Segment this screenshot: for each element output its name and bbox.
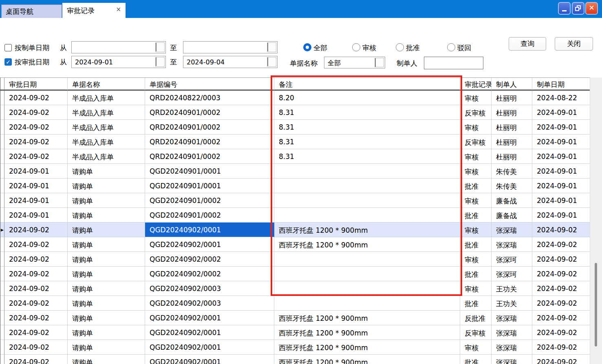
table-cell[interactable]: 廉备战	[492, 208, 532, 223]
table-cell[interactable]: 西班牙托盘 1200 * 900mm	[274, 311, 460, 325]
table-cell[interactable]: 2024-09-02	[532, 223, 590, 237]
table-cell[interactable]: 批准	[460, 296, 492, 311]
table-cell[interactable]: 审核	[460, 193, 492, 208]
window-close-button[interactable]: ✕	[585, 2, 598, 15]
table-cell[interactable]: 请购单	[68, 340, 145, 355]
table-cell[interactable]: 请购单	[68, 296, 145, 311]
status-radio-3[interactable]	[447, 43, 455, 51]
table-row[interactable]: 2024-09-02请购单QGD20240902/0003批准王功关2024-0…	[0, 296, 590, 311]
table-cell[interactable]: QGD20240902/0002	[145, 267, 274, 281]
table-cell[interactable]: QGD20240902/0001	[145, 340, 274, 355]
table-cell[interactable]: 2024-09-02	[532, 267, 590, 281]
table-cell[interactable]: 半成品入库单	[68, 149, 145, 164]
table-cell[interactable]: 审核	[460, 149, 492, 164]
dropdown-button[interactable]	[267, 42, 276, 52]
table-cell[interactable]: QGD20240901/0001	[145, 164, 274, 179]
column-header[interactable]: 审批日期	[4, 78, 68, 90]
table-cell[interactable]: 王功关	[492, 281, 532, 296]
table-cell[interactable]: QRD20240901/0002	[145, 135, 274, 149]
table-cell[interactable]: 批准	[460, 179, 492, 193]
filter-by-approval-date-checkbox[interactable]: ✓	[4, 58, 12, 66]
table-cell[interactable]: 反审核	[460, 325, 492, 340]
table-cell-selected[interactable]: QGD20240902/0001	[145, 223, 274, 237]
table-cell[interactable]: 请购单	[68, 267, 145, 281]
table-cell[interactable]: 2024-09-02	[4, 281, 68, 296]
table-cell[interactable]: 西班牙托盘 1200 * 900mm	[274, 237, 460, 252]
table-cell[interactable]: 西班牙托盘 1200 * 900mm	[274, 355, 460, 364]
table-cell[interactable]: 2024-09-02	[4, 355, 68, 364]
table-cell[interactable]: QRD20240901/0002	[145, 105, 274, 120]
table-cell[interactable]: 张深瑞	[492, 325, 532, 340]
table-cell[interactable]: QRD20240822/0003	[145, 90, 274, 105]
table-cell[interactable]: 批准	[460, 208, 492, 223]
table-row[interactable]: 2024-09-02半成品入库单QRD20240822/00038.20审核杜丽…	[0, 90, 590, 105]
table-cell[interactable]: 2024-09-02	[4, 340, 68, 355]
table-cell[interactable]: 张深瑞	[492, 340, 532, 355]
table-cell[interactable]: 2024-09-01	[532, 105, 590, 120]
table-cell[interactable]: 8.20	[274, 90, 460, 105]
table-cell[interactable]: 2024-09-02	[532, 340, 590, 355]
dropdown-button[interactable]	[155, 57, 165, 67]
tab-desktop-navigation[interactable]: 桌面导航	[1, 4, 62, 18]
table-cell[interactable]	[274, 179, 460, 193]
table-cell[interactable]: 张深珂	[492, 252, 532, 267]
table-cell[interactable]: QGD20240901/0001	[145, 179, 274, 193]
table-row[interactable]: 2024-09-01请购单QGD20240901/0002审核廉备战2024-0…	[0, 193, 590, 208]
table-cell[interactable]: 杜丽明	[492, 120, 532, 135]
table-cell[interactable]: 8.31	[274, 135, 460, 149]
table-cell[interactable]: 请购单	[68, 355, 145, 364]
table-cell[interactable]: QGD20240902/0003	[145, 281, 274, 296]
table-cell[interactable]	[274, 164, 460, 179]
table-cell[interactable]: 2024-08-22	[532, 90, 590, 105]
table-cell[interactable]: 审核	[460, 164, 492, 179]
table-cell[interactable]: 审核	[460, 90, 492, 105]
vertical-scrollbar-thumb[interactable]	[595, 263, 597, 346]
table-cell[interactable]: 请购单	[68, 281, 145, 296]
table-cell[interactable]	[274, 208, 460, 223]
table-row[interactable]: 2024-09-02请购单QGD20240902/0003审核王功关2024-0…	[0, 281, 590, 296]
table-cell[interactable]: 2024-09-02	[532, 252, 590, 267]
table-row[interactable]: 2024-09-02半成品入库单QRD20240901/00028.31审核杜丽…	[0, 149, 590, 164]
table-cell[interactable]: 审核	[460, 340, 492, 355]
table-cell[interactable]: 廉备战	[492, 193, 532, 208]
table-cell[interactable]: 批准	[460, 355, 492, 364]
table-cell[interactable]: 张深瑞	[492, 237, 532, 252]
table-row[interactable]: 2024-09-01请购单QGD20240901/0001审核朱传美2024-0…	[0, 164, 590, 179]
maker-input[interactable]	[424, 57, 483, 69]
table-cell[interactable]: 2024-09-02	[4, 105, 68, 120]
table-cell[interactable]: 2024-09-02	[4, 120, 68, 135]
table-cell[interactable]: 张深珂	[492, 267, 532, 281]
table-cell[interactable]: 请购单	[68, 237, 145, 252]
table-cell[interactable]: 2024-09-01	[4, 208, 68, 223]
table-cell[interactable]: 反审核	[460, 105, 492, 120]
table-cell[interactable]: 2024-09-02	[532, 355, 590, 364]
table-cell[interactable]: 2024-09-01	[4, 179, 68, 193]
create-date-to-combobox[interactable]	[183, 41, 278, 53]
table-cell[interactable]	[274, 193, 460, 208]
table-cell[interactable]: 2024-09-02	[532, 296, 590, 311]
minimize-button[interactable]	[558, 2, 571, 15]
table-cell[interactable]: 2024-09-02	[4, 149, 68, 164]
table-cell[interactable]: 2024-09-02	[532, 311, 590, 325]
table-cell[interactable]: 8.31	[274, 105, 460, 120]
table-row[interactable]: 2024-09-01请购单QGD20240901/0001批准朱传美2024-0…	[0, 179, 590, 193]
table-cell[interactable]: 2024-09-02	[4, 311, 68, 325]
table-cell[interactable]: 请购单	[68, 208, 145, 223]
column-header[interactable]: 单据名称	[68, 78, 145, 90]
table-cell[interactable]: 请购单	[68, 164, 145, 179]
table-cell[interactable]: QGD20240902/0001	[145, 355, 274, 364]
table-cell[interactable]: 请购单	[68, 311, 145, 325]
table-cell[interactable]: 批准	[460, 237, 492, 252]
table-cell[interactable]: 张深瑞	[492, 311, 532, 325]
table-row[interactable]: 2024-09-01请购单QGD20240901/0002批准廉备战2024-0…	[0, 208, 590, 223]
table-row-selected[interactable]: ▶2024-09-02请购单QGD20240902/0001西班牙托盘 1200…	[0, 223, 590, 237]
filter-by-create-date-checkbox[interactable]	[4, 44, 12, 51]
tab-close-icon[interactable]: ×	[116, 7, 121, 13]
table-cell[interactable]: 2024-09-02	[4, 267, 68, 281]
table-row[interactable]: 2024-09-02请购单QGD20240902/0002审核张深珂2024-0…	[0, 252, 590, 267]
table-cell[interactable]: 2024-09-01	[532, 164, 590, 179]
table-row[interactable]: 2024-09-02半成品入库单QRD20240901/00028.31反审核杜…	[0, 135, 590, 149]
table-cell[interactable]: 2024-09-01	[532, 193, 590, 208]
table-cell[interactable]: 朱传美	[492, 164, 532, 179]
table-cell[interactable]: 审核	[460, 223, 492, 237]
